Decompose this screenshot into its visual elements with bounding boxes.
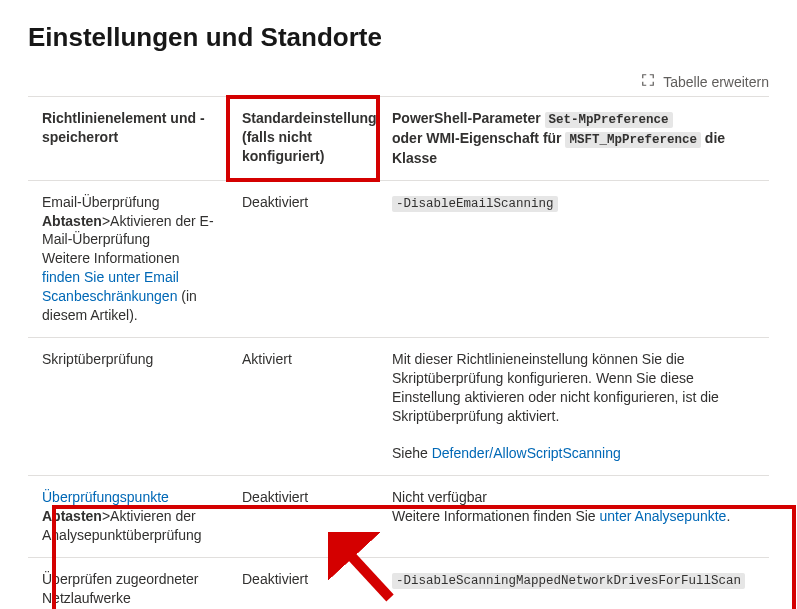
- code-disable-email: -DisableEmailScanning: [392, 196, 558, 212]
- code-disable-mapped: -DisableScanningMappedNetworkDrivesForFu…: [392, 573, 745, 589]
- expand-table-button[interactable]: Tabelle erweitern: [28, 73, 769, 90]
- col-header-default: Standardeinstellung (falls nicht konfigu…: [228, 97, 378, 181]
- expand-label: Tabelle erweitern: [663, 74, 769, 90]
- code-msft-mppreference: MSFT_MpPreference: [565, 132, 701, 148]
- default-value: Deaktiviert: [228, 557, 378, 609]
- col-header-powershell: PowerShell-Parameter Set-MpPreference od…: [378, 97, 769, 181]
- mapped-drives-title: Überprüfen zugeordneter Netzlaufwerke: [42, 571, 198, 606]
- table-row: Überprüfungspunkte Abtasten>Aktivieren d…: [28, 476, 769, 558]
- email-scan-link[interactable]: finden Sie unter Email Scanbeschränkunge…: [42, 269, 179, 304]
- expand-icon: [641, 73, 655, 90]
- code-set-mppreference: Set-MpPreference: [545, 112, 673, 128]
- allow-script-link[interactable]: Defender/AllowScriptScanning: [432, 445, 621, 461]
- page-title: Einstellungen und Standorte: [28, 22, 769, 53]
- script-scan-title: Skriptüberprüfung: [28, 337, 228, 475]
- default-value: Aktiviert: [228, 337, 378, 475]
- table-row: Überprüfen zugeordneter Netzlaufwerke Ab…: [28, 557, 769, 609]
- col-header-element: Richtlinienelement und -speicherort: [28, 97, 228, 181]
- table-row: Skriptüberprüfung Aktiviert Mit dieser R…: [28, 337, 769, 475]
- default-value: Deaktiviert: [228, 476, 378, 558]
- table-row: Email-Überprüfung Abtasten>Aktivieren de…: [28, 180, 769, 337]
- reparse-points-link[interactable]: Überprüfungspunkte: [42, 489, 169, 505]
- settings-table: Richtlinienelement und -speicherort Stan…: [28, 96, 769, 609]
- default-value: Deaktiviert: [228, 180, 378, 337]
- script-scan-desc: Mit dieser Richtlinieneinstellung können…: [392, 351, 719, 424]
- not-available-text: Nicht verfügbar: [392, 489, 487, 505]
- analyse-points-link[interactable]: unter Analysepunkte: [600, 508, 727, 524]
- email-scan-title: Email-Überprüfung: [42, 194, 160, 210]
